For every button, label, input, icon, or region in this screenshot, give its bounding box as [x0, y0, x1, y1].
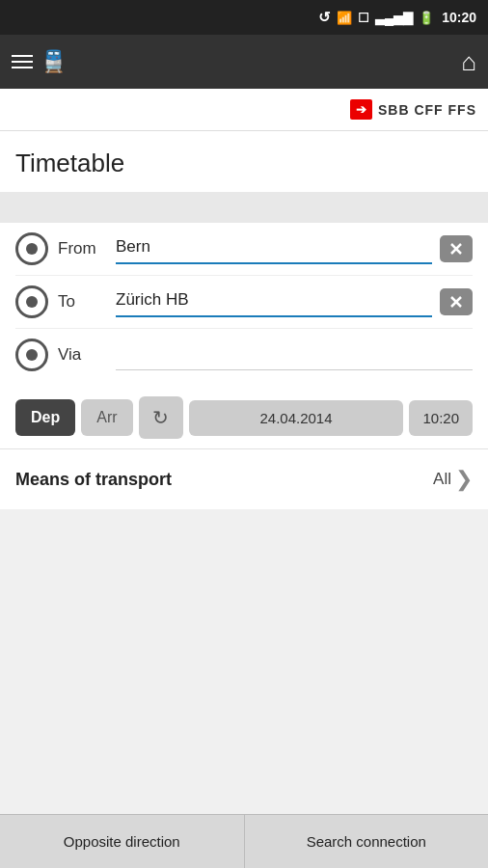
refresh-button[interactable]: ↻ [139, 396, 183, 439]
via-radio-inner [26, 349, 38, 361]
status-icons: ↺ 📶 ☐ ▃▄▅▇ 🔋 [318, 9, 434, 26]
arr-button[interactable]: Arr [81, 399, 132, 436]
to-radio-icon [15, 285, 48, 318]
sbb-logo: ➔ SBB CFF FFS [350, 99, 476, 120]
brand-bar: ➔ SBB CFF FFS [0, 89, 488, 131]
to-row: To [15, 276, 473, 329]
status-bar: ↺ 📶 ☐ ▃▄▅▇ 🔋 10:20 [0, 0, 488, 35]
transport-label: Means of transport [15, 470, 172, 490]
to-radio-inner [26, 296, 38, 308]
via-radio-icon [15, 339, 48, 371]
nav-bar: 🚆 ⌂ [0, 35, 488, 89]
nav-left: 🚆 [12, 49, 67, 74]
sbb-logo-rect: ➔ [350, 99, 372, 120]
to-clear-icon [449, 295, 463, 309]
brand-name: SBB CFF FFS [378, 102, 476, 118]
from-label: From [58, 239, 116, 258]
transport-row[interactable]: Means of transport All ❯ [0, 448, 488, 509]
battery-icon: 🔋 [419, 11, 434, 25]
menu-line-3 [12, 67, 33, 68]
home-button[interactable]: ⌂ [461, 47, 476, 77]
refresh-status-icon: ↺ [318, 9, 331, 26]
page-title: Timetable [15, 149, 473, 178]
from-input[interactable] [116, 233, 432, 260]
from-clear-button[interactable] [440, 235, 473, 262]
via-input-wrapper [116, 340, 473, 370]
to-input[interactable] [116, 286, 432, 313]
from-row: From [15, 223, 473, 276]
menu-button[interactable] [12, 55, 33, 68]
menu-line-1 [12, 55, 33, 57]
from-clear-icon [449, 242, 463, 256]
search-connection-button[interactable]: Search connection [245, 815, 489, 868]
via-input[interactable] [116, 340, 473, 367]
via-row: Via [15, 329, 473, 381]
bottom-bar: Opposite direction Search connection [0, 814, 488, 868]
from-input-wrapper [116, 233, 432, 264]
via-label: Via [58, 345, 116, 365]
transport-right: All ❯ [433, 467, 473, 492]
train-icon: 🚆 [41, 49, 67, 74]
wifi-icon: 📶 [337, 11, 352, 25]
refresh-icon: ↻ [152, 406, 169, 429]
page-title-bar: Timetable [0, 131, 488, 192]
opposite-direction-button[interactable]: Opposite direction [0, 815, 245, 868]
status-time: 10:20 [442, 10, 476, 25]
dep-arr-row: Dep Arr ↻ 24.04.2014 10:20 [0, 381, 488, 448]
menu-line-2 [12, 61, 33, 63]
to-label: To [58, 292, 116, 312]
to-clear-button[interactable] [440, 288, 473, 315]
form-area: From To [0, 223, 488, 381]
time-button[interactable]: 10:20 [409, 400, 473, 436]
sbb-arrow-icon: ➔ [356, 102, 366, 117]
transport-value: All [433, 470, 451, 489]
to-input-wrapper [116, 286, 432, 317]
date-button[interactable]: 24.04.2014 [189, 400, 404, 436]
section-divider [0, 192, 488, 223]
dep-button[interactable]: Dep [15, 399, 75, 436]
main-content: ➔ SBB CFF FFS Timetable From [0, 89, 488, 868]
sim-icon: ☐ [358, 11, 369, 25]
signal-icon: ▃▄▅▇ [375, 11, 413, 25]
from-radio-icon [15, 232, 48, 265]
from-radio-inner [26, 243, 38, 255]
chevron-right-icon: ❯ [455, 467, 473, 492]
